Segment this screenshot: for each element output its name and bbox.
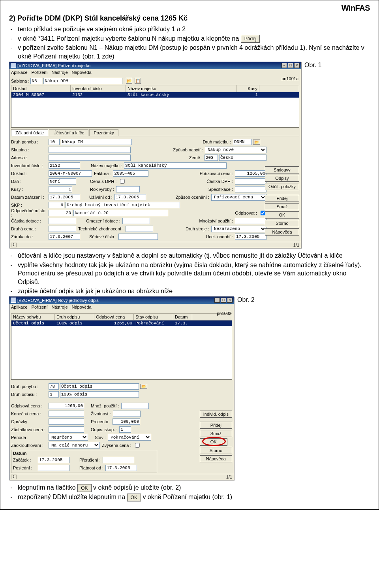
- odpisova-input[interactable]: [49, 403, 84, 409]
- zpusnabyti-select[interactable]: Nákup nové: [205, 147, 266, 153]
- nazev-input[interactable]: [124, 162, 227, 169]
- platnost-input[interactable]: [105, 465, 137, 471]
- col-odpcena[interactable]: Odpisová cena: [94, 314, 134, 320]
- druhacena-input[interactable]: [49, 226, 76, 232]
- menu-nastroje[interactable]: Nástroje: [52, 305, 68, 309]
- konecna-input[interactable]: [49, 411, 84, 417]
- menu-aplikace[interactable]: Aplikace: [11, 305, 28, 309]
- opravky-input[interactable]: [49, 418, 84, 425]
- close-icon[interactable]: ×: [294, 63, 300, 68]
- pridej-button[interactable]: Přidej: [200, 422, 232, 429]
- col-druhodp[interactable]: Druh odpisu: [55, 314, 94, 320]
- posledni-input[interactable]: [38, 465, 69, 471]
- status-arrow2[interactable]: ⇕: [11, 475, 17, 479]
- individodpis-button[interactable]: Individ. odpis: [200, 411, 232, 418]
- storno-button[interactable]: Storno: [265, 220, 299, 227]
- dp2-text[interactable]: [60, 383, 139, 390]
- col-invcislo[interactable]: Inventární číslo: [71, 85, 126, 92]
- close-icon[interactable]: ×: [227, 298, 233, 303]
- zpoc-select[interactable]: Pořizovací cena: [211, 194, 266, 201]
- odpovedne-text[interactable]: [73, 210, 168, 216]
- mnoz-input[interactable]: [235, 218, 266, 224]
- kusy-input[interactable]: [49, 186, 72, 192]
- col-nazev[interactable]: Název majetku: [126, 85, 236, 92]
- ok-button[interactable]: OK: [265, 211, 299, 219]
- odcit-button[interactable]: Odčit. položky: [265, 183, 299, 190]
- uzivani-input[interactable]: [114, 194, 146, 200]
- minimize-icon[interactable]: −: [214, 298, 220, 303]
- open-icon[interactable]: 📂: [140, 384, 147, 389]
- omezdot-input[interactable]: [122, 218, 150, 224]
- minimize-icon[interactable]: −: [281, 63, 287, 68]
- castkadot-input[interactable]: [49, 218, 76, 224]
- datumzar-input[interactable]: [49, 194, 80, 200]
- grid2-body[interactable]: Účetní odpis 100% odpis 1265,00 Pokračov…: [11, 320, 232, 380]
- invcislo-input[interactable]: [49, 162, 80, 169]
- zeme-text[interactable]: [219, 155, 266, 161]
- zeme-code[interactable]: [205, 155, 218, 161]
- tab-poznamky[interactable]: Poznámky: [89, 129, 118, 136]
- druhmajetku-input[interactable]: [233, 139, 252, 145]
- maximize-icon[interactable]: □: [221, 298, 226, 303]
- zvysena-check[interactable]: [135, 443, 140, 448]
- grid-body[interactable]: 2004-M-80007 2132 Stůl kancelářský 1: [11, 92, 299, 128]
- skupina-input[interactable]: [49, 147, 131, 153]
- do2-text[interactable]: [60, 391, 139, 398]
- castkadph-input[interactable]: [235, 178, 266, 185]
- mnoz2-input[interactable]: [121, 403, 149, 409]
- col-doklad[interactable]: Doklad: [11, 85, 71, 92]
- col-nazev[interactable]: Název pohybu: [11, 314, 55, 320]
- zivotnost-input[interactable]: [113, 411, 141, 417]
- list-icon[interactable]: 📋: [135, 78, 141, 84]
- napoveda-button[interactable]: Nápověda: [265, 228, 299, 236]
- stav-select[interactable]: Pokračování: [108, 434, 151, 441]
- menu-nastroje[interactable]: Nástroje: [52, 70, 68, 75]
- procento-input[interactable]: [113, 418, 140, 425]
- druhpohybu-text[interactable]: [61, 139, 132, 145]
- dp2-code[interactable]: [49, 383, 59, 390]
- col-datum[interactable]: Datum: [173, 314, 192, 320]
- smaz-button[interactable]: Smaž: [265, 203, 299, 210]
- zaruka-input[interactable]: [49, 234, 80, 240]
- skp-text[interactable]: [66, 202, 180, 208]
- menu-porizeni[interactable]: Pořízení: [32, 70, 48, 75]
- pridej-button[interactable]: Přidej: [265, 195, 299, 202]
- perioda-select[interactable]: Neurčeno: [49, 434, 88, 441]
- menu-napoveda[interactable]: Nápověda: [72, 305, 92, 309]
- napoveda-button[interactable]: Nápověda: [200, 455, 232, 462]
- col-stav[interactable]: Stav odpisu: [134, 314, 173, 320]
- techzhod-input[interactable]: [126, 226, 153, 232]
- zust-input[interactable]: [49, 426, 84, 433]
- maximize-icon[interactable]: □: [288, 63, 293, 68]
- zaok-select[interactable]: Na celé nahoru: [49, 442, 100, 449]
- tab-uctovani[interactable]: Účtování a klíče: [49, 129, 88, 136]
- table-row[interactable]: Účetní odpis 100% odpis 1265,00 Pokračov…: [11, 320, 232, 326]
- smaz-button[interactable]: Smaž: [200, 430, 232, 437]
- menu-bar2[interactable]: Aplikace Pořízení Nástroje Nápověda: [9, 304, 234, 310]
- skp-code[interactable]: [49, 202, 64, 208]
- menu-napoveda[interactable]: Nápověda: [72, 70, 92, 75]
- ok-button-inline[interactable]: OK: [77, 484, 91, 492]
- odpovedne-code[interactable]: [49, 210, 72, 216]
- open-icon[interactable]: 📂: [126, 78, 132, 84]
- porizovaci-input[interactable]: [235, 170, 266, 177]
- open-icon[interactable]: 📂: [253, 139, 260, 145]
- storno-button[interactable]: Storno: [200, 447, 232, 454]
- menu-bar[interactable]: Aplikace Pořízení Nástroje Nápověda: [9, 69, 301, 75]
- do2-code[interactable]: [49, 391, 59, 398]
- preruseni-input[interactable]: [103, 457, 134, 463]
- doklad-input[interactable]: [49, 170, 92, 177]
- seriove-input[interactable]: [118, 234, 158, 240]
- status-arrow[interactable]: ⇕: [11, 243, 17, 247]
- adresa-input[interactable]: [49, 155, 131, 161]
- menu-porizeni[interactable]: Pořízení: [32, 305, 48, 309]
- odpisy-button[interactable]: Odpisy: [265, 175, 299, 182]
- smlouvy-button[interactable]: Smlouvy: [265, 166, 299, 173]
- sablona-code-input[interactable]: [30, 78, 42, 84]
- rokvy-input[interactable]: [116, 186, 140, 192]
- add-button-inline[interactable]: Přidej: [241, 35, 260, 43]
- odpskup-input[interactable]: [119, 426, 131, 433]
- spec-input[interactable]: [235, 186, 266, 192]
- druhpohybu-code[interactable]: [49, 139, 60, 145]
- menu-aplikace[interactable]: Aplikace: [11, 70, 28, 75]
